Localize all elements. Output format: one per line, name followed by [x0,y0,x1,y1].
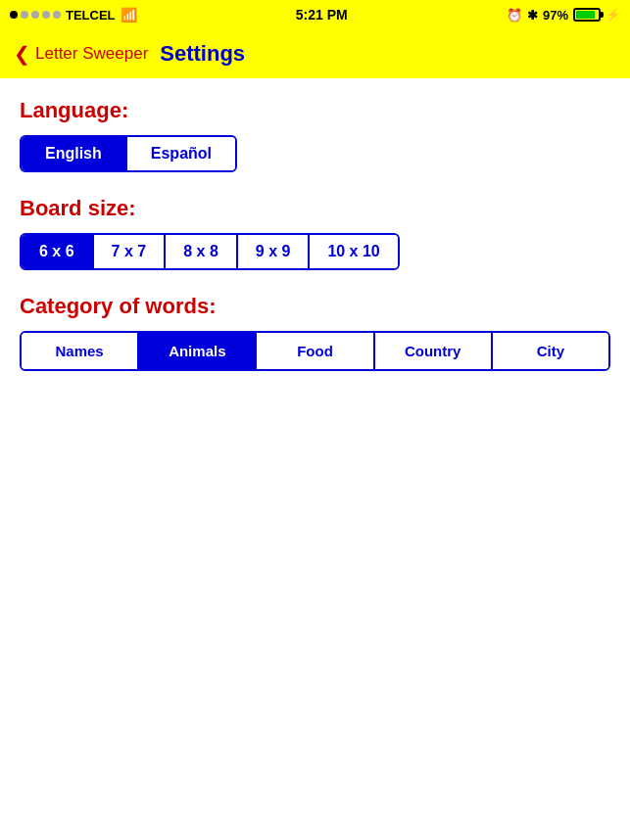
category-names[interactable]: Names [22,333,139,369]
settings-content: Language: English Español Board size: 6 … [0,78,630,414]
board-size-8x8[interactable]: 8 x 8 [166,235,238,268]
board-size-7x7[interactable]: 7 x 7 [94,235,167,268]
signal-dot-5 [53,11,61,19]
status-right: ⏰ ✱ 97% ⚡ [507,8,620,23]
category-city[interactable]: City [493,333,608,369]
wifi-icon: 📶 [121,7,137,23]
carrier-label: TELCEL [66,8,116,23]
board-size-label: Board size: [20,196,610,221]
signal-dot-2 [21,11,28,19]
category-section: Category of words: Names Animals Food Co… [20,294,610,371]
chevron-left-icon: ❮ [14,42,30,66]
board-size-6x6[interactable]: 6 x 6 [22,235,94,268]
signal-dots [10,11,61,19]
status-time: 5:21 PM [296,7,348,23]
status-bar: TELCEL 📶 5:21 PM ⏰ ✱ 97% ⚡ [0,0,630,29]
back-button[interactable]: ❮ Letter Sweeper [14,42,148,66]
signal-dot-4 [42,11,50,19]
signal-dot-1 [10,11,18,19]
bluetooth-icon: ✱ [527,8,538,23]
battery-fill [576,11,595,19]
language-segmented-control: English Español [20,135,237,172]
category-country[interactable]: Country [375,333,493,369]
alarm-icon: ⏰ [507,8,522,23]
page-title: Settings [160,41,245,67]
board-size-9x9[interactable]: 9 x 9 [238,235,311,268]
status-left: TELCEL 📶 [10,7,137,23]
back-label: Letter Sweeper [35,44,148,64]
language-option-espanol[interactable]: Español [127,137,235,170]
category-label: Category of words: [20,294,610,319]
category-control: Names Animals Food Country City [20,331,610,371]
board-size-10x10[interactable]: 10 x 10 [310,235,397,268]
battery-bar [573,8,601,22]
board-size-control: 6 x 6 7 x 7 8 x 8 9 x 9 10 x 10 [20,233,400,270]
signal-dot-3 [31,11,39,19]
category-animals[interactable]: Animals [139,333,257,369]
battery-pct-label: 97% [543,8,568,23]
language-section: Language: English Español [20,98,610,172]
header-bar: ❮ Letter Sweeper Settings [0,29,630,78]
battery-indicator [573,8,601,22]
board-size-section: Board size: 6 x 6 7 x 7 8 x 8 9 x 9 10 x… [20,196,610,270]
charge-icon: ⚡ [606,8,620,22]
language-label: Language: [20,98,610,123]
language-option-english[interactable]: English [22,137,127,170]
category-food[interactable]: Food [257,333,374,369]
